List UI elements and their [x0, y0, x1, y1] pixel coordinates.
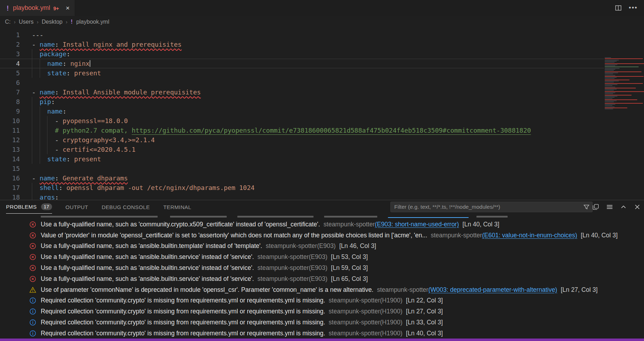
- problem-rule-link[interactable]: (E903: short-name-used-error): [375, 221, 459, 228]
- code-line[interactable]: [0, 78, 604, 87]
- breadcrumb-file[interactable]: ! playbook.yml: [70, 18, 109, 25]
- code-line[interactable]: - name: Generate dhparams: [0, 173, 604, 183]
- code-line[interactable]: - pyopenssl==18.0.0: [0, 116, 604, 126]
- breadcrumb-item[interactable]: Users: [18, 19, 34, 25]
- code-token: pyopenssl==18.0.0: [63, 117, 128, 125]
- problem-row[interactable]: Use of parameter 'commonName' is depreca…: [0, 284, 644, 295]
- indent-guide: [40, 126, 40, 135]
- error-icon: [29, 221, 36, 228]
- breadcrumb: C:›Users›Desktop› ! playbook.yml: [0, 16, 644, 28]
- breadcrumb-item[interactable]: C:: [4, 19, 11, 25]
- filter-input[interactable]: [391, 204, 583, 210]
- problem-location: [Ln 40, Col 3]: [463, 221, 499, 228]
- panel-tab-problems[interactable]: PROBLEMS17: [6, 200, 52, 214]
- code-token: present: [70, 69, 101, 77]
- code-line[interactable]: name:: [0, 106, 604, 116]
- panel-tab-label: TERMINAL: [163, 204, 191, 210]
- code-token: :: [59, 184, 63, 191]
- minimap-line: [605, 108, 627, 108]
- more-actions-icon[interactable]: •••: [629, 4, 638, 12]
- problem-row[interactable]: Use a fully-qualified name, such as 'ans…: [0, 252, 644, 262]
- clipped-text-fragment: [476, 216, 508, 218]
- filter-funnel-icon[interactable]: [583, 204, 589, 210]
- chevron-up-icon[interactable]: [620, 204, 627, 210]
- minimap-line: [605, 61, 617, 62]
- indent-guide: [32, 59, 32, 68]
- clipped-text-fragment: [237, 216, 313, 218]
- panel-header: PROBLEMS17OUTPUTDEBUG CONSOLETERMINAL: [0, 200, 644, 214]
- minimap-line: [605, 104, 615, 105]
- code-line[interactable]: package:: [0, 49, 604, 59]
- code-token: cryptography<3.4,>=2.1.4: [63, 136, 155, 144]
- panel-tab-terminal[interactable]: TERMINAL: [163, 200, 191, 214]
- problems-filter: [390, 202, 593, 212]
- split-editor-icon[interactable]: [615, 5, 622, 11]
- code-line[interactable]: - cryptography<3.4,>=2.1.4: [0, 135, 604, 145]
- status-bar: [0, 339, 644, 341]
- clipped-text-fragment: [388, 217, 469, 218]
- clipped-text-fragment: [41, 216, 158, 218]
- minimap-line: [605, 75, 615, 76]
- minimap[interactable]: [604, 57, 644, 117]
- problem-row[interactable]: Use a fully-qualified name, such as 'ans…: [0, 241, 644, 252]
- indent-guide: [32, 49, 32, 59]
- problem-row[interactable]: Use a fully-qualified name, such as 'com…: [0, 219, 644, 230]
- problem-row[interactable]: Use a fully-qualified name, such as 'ans…: [0, 273, 644, 284]
- minimap-line: [605, 88, 636, 88]
- problem-rule-link[interactable]: (W003: deprecated-parameter-with-alterna…: [428, 286, 557, 294]
- tab-close-icon[interactable]: ×: [66, 4, 69, 12]
- panel-tab-debug-console[interactable]: DEBUG CONSOLE: [102, 200, 150, 214]
- code-line[interactable]: # python2.7 compat, https://github.com/p…: [0, 126, 604, 135]
- code-line[interactable]: pip:: [0, 97, 604, 106]
- problem-rule-link[interactable]: (E601: value-not-in-enum-choices): [482, 232, 577, 239]
- minimap-line: [605, 76, 644, 77]
- tab-playbook-yml[interactable]: ! playbook.yml 9+ ×: [0, 0, 75, 16]
- problem-row[interactable]: Required collection 'community.crypto' i…: [0, 317, 644, 328]
- vscode-window: ! playbook.yml 9+ × ••• C:›Users›Desktop…: [0, 0, 644, 341]
- minimap-line: [605, 80, 629, 80]
- code-token: name: [40, 41, 55, 48]
- problem-source: steampunk-spotter: [431, 232, 482, 239]
- code-line[interactable]: shell: openssl dhparam -out /etc/nginx/d…: [0, 183, 604, 192]
- problem-location: [Ln 27, Col 3]: [561, 286, 598, 294]
- code-token: nginx: [67, 60, 90, 67]
- code-line[interactable]: state: present: [0, 68, 604, 78]
- breadcrumb-item[interactable]: Desktop: [41, 19, 63, 25]
- code-line[interactable]: state: present: [0, 154, 604, 164]
- minimap-line: [605, 64, 617, 65]
- breadcrumb-file-label: playbook.yml: [76, 19, 109, 25]
- code-line[interactable]: name: nginx: [0, 59, 604, 68]
- code-editor[interactable]: 123456789101112131415161718 ---- name: I…: [0, 28, 644, 200]
- minimap-line: [605, 106, 615, 107]
- code-token: :: [55, 88, 59, 96]
- problem-message: Required collection 'community.crypto' i…: [41, 308, 325, 315]
- minimap-line: [605, 82, 614, 82]
- code-token: :: [51, 98, 55, 105]
- code-token: -: [32, 88, 40, 96]
- code-line[interactable]: - name: Install nginx and prerequisites: [0, 40, 604, 49]
- minimap-line: [605, 102, 614, 102]
- info-icon: [29, 330, 36, 337]
- menu-icon[interactable]: [606, 204, 613, 210]
- problem-row[interactable]: Value of 'provider' in module 'openssl_c…: [0, 230, 644, 241]
- indent-guide: [32, 106, 32, 116]
- problem-source: steampunk-spotter: [377, 286, 428, 294]
- code-line[interactable]: [0, 164, 604, 173]
- code-line[interactable]: ---: [0, 30, 604, 40]
- problem-row[interactable]: Required collection 'community.crypto' i…: [0, 295, 644, 306]
- info-icon: [29, 308, 36, 315]
- panel-tab-output[interactable]: OUTPUT: [66, 200, 88, 214]
- indent-guide: [40, 106, 40, 116]
- problem-row[interactable]: Required collection 'community.crypto' i…: [0, 328, 644, 339]
- problem-row[interactable]: Required collection 'community.crypto' i…: [0, 306, 644, 317]
- code-token: # python2.7 compat,: [55, 127, 132, 134]
- code-line[interactable]: - certifi<=2020.4.5.1: [0, 145, 604, 154]
- code-line[interactable]: args:: [0, 192, 604, 200]
- minimap-line: [605, 89, 617, 89]
- close-icon[interactable]: [634, 204, 640, 210]
- collapse-all-icon[interactable]: [593, 204, 599, 210]
- minimap-line: [605, 109, 613, 109]
- code-line[interactable]: - name: Install Ansible module prerequis…: [0, 87, 604, 97]
- problem-message: Use a fully-qualified name, such as 'ans…: [41, 242, 262, 250]
- problem-row[interactable]: Use a fully-qualified name, such as 'ans…: [0, 262, 644, 273]
